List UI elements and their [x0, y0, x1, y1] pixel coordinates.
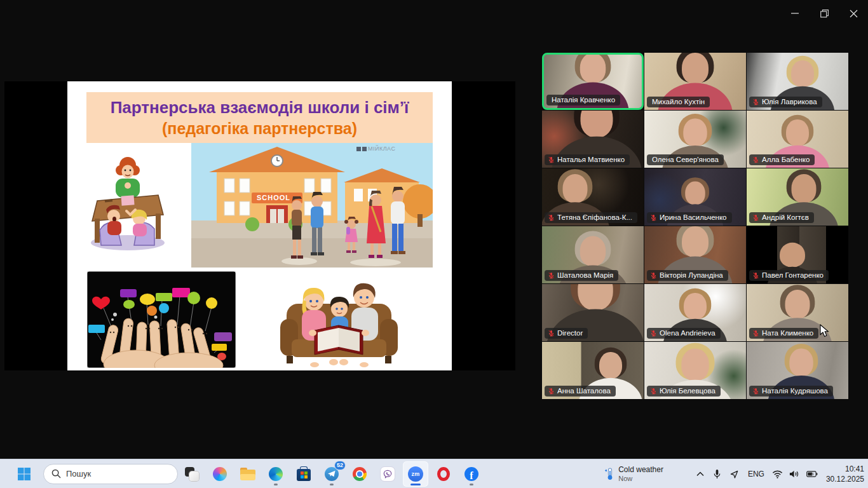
person-head: [599, 352, 622, 379]
participant-name: Вікторія Лупандіна: [660, 271, 723, 279]
presentation-slide: Партнерська взаємодія школи і сім’ї (пед…: [67, 81, 452, 370]
participant-tile[interactable]: Юлія Лаврикова: [747, 53, 848, 110]
participant-tile[interactable]: Director: [542, 284, 644, 341]
participant-tile[interactable]: Михайло Кухтін: [644, 53, 746, 110]
participant-tile[interactable]: Наталія Кравченко: [542, 53, 644, 110]
participant-name-tag: Наталья Матвиенко: [545, 154, 630, 165]
taskbar-app-copilot[interactable]: [207, 461, 233, 487]
participant-name: Шаталова Марія: [557, 271, 613, 279]
participant-name-tag: Наталія Кудряшова: [749, 386, 833, 396]
participant-name: Director: [557, 329, 583, 337]
participant-tile[interactable]: Ната Клименко: [747, 284, 848, 341]
participant-name-tag: Наталія Кравченко: [546, 95, 620, 105]
search-input[interactable]: [66, 469, 161, 478]
participant-name-tag: Ната Клименко: [749, 328, 818, 339]
participant-tile[interactable]: Olena Andrieieva: [644, 284, 746, 341]
tray-date: 30.12.2025: [826, 474, 864, 484]
battery-icon: [806, 470, 818, 478]
person-head: [783, 247, 802, 268]
participant-name: Ирина Васильченко: [660, 214, 727, 221]
participant-tile[interactable]: Юлія Белевцова: [644, 342, 746, 399]
window-controls: [780, 0, 868, 27]
person-head: [786, 119, 809, 146]
taskbar-app-microsoft-store[interactable]: [291, 461, 316, 487]
participant-name: Тетяна Єпіфанова-К...: [557, 214, 632, 221]
screen-share-area: Партнерська взаємодія школи і сім’ї (пед…: [4, 81, 515, 370]
slide-title: Партнерська взаємодія школи і сім’ї: [111, 97, 409, 119]
restore-icon: [820, 10, 829, 18]
participant-name: Алла Бабенко: [762, 156, 810, 163]
copilot-icon: [213, 467, 227, 481]
system-tray: Cold weather Now ENG: [599, 459, 864, 488]
language-indicator[interactable]: ENG: [746, 470, 766, 478]
person-head: [791, 60, 814, 87]
mic-muted-icon: [548, 214, 555, 221]
taskbar-apps: 52zmf: [179, 461, 484, 487]
person-head: [792, 174, 817, 203]
mic-muted-icon: [548, 156, 555, 163]
participant-tile[interactable]: Шаталова Марія: [542, 226, 644, 283]
participant-tile[interactable]: Наталья Матвиенко: [542, 111, 644, 168]
maximize-button[interactable]: [810, 0, 839, 27]
participant-tile[interactable]: Тетяна Єпіфанова-К...: [542, 168, 644, 226]
participant-name: Анна Шаталова: [557, 387, 611, 395]
finger-people-clipart: [87, 271, 236, 368]
taskbar-app-viber[interactable]: [375, 461, 400, 487]
taskbar-app-chrome[interactable]: [347, 461, 372, 487]
weather-widget[interactable]: Cold weather Now: [599, 463, 667, 484]
weather-subtitle: Now: [618, 475, 663, 482]
taskbar-app-file-explorer[interactable]: [235, 461, 261, 487]
participant-tile[interactable]: Алла Бабенко: [747, 111, 848, 168]
volume-button[interactable]: [789, 459, 801, 488]
battery-button[interactable]: [806, 459, 818, 488]
teacher-desk-clipart: [86, 155, 170, 250]
taskbar-app-opera[interactable]: [431, 461, 456, 487]
participant-name: Юлія Белевцова: [660, 387, 715, 395]
close-button[interactable]: [839, 0, 868, 27]
running-app-indicator: [274, 484, 278, 485]
minimize-button[interactable]: [780, 0, 810, 27]
thermometer-icon: [603, 467, 614, 481]
participant-name-tag: Director: [545, 328, 588, 339]
participant-tile[interactable]: Наталія Кудряшова: [747, 342, 848, 399]
taskbar-app-telegram[interactable]: 52: [319, 461, 344, 487]
mic-muted-icon: [650, 388, 657, 395]
mic-muted-icon: [650, 214, 657, 221]
participant-name: Андрій Когтєв: [762, 214, 809, 221]
network-button[interactable]: [772, 459, 783, 488]
tray-time: 10:41: [826, 464, 864, 474]
participant-tile[interactable]: Олена Север'янова: [644, 111, 746, 168]
start-button[interactable]: [11, 461, 37, 487]
taskbar-search[interactable]: [43, 464, 178, 484]
person-head: [580, 53, 606, 83]
participant-name-tag: Вікторія Лупандіна: [647, 270, 728, 281]
taskbar-app-zoom[interactable]: zm: [403, 461, 428, 487]
taskbar-app-facebook[interactable]: f: [459, 461, 484, 487]
zoom-icon: zm: [408, 466, 423, 482]
windows-start-icon: [17, 466, 32, 482]
participant-name-tag: Тетяна Єпіфанова-К...: [545, 212, 637, 223]
taskbar-app-edge[interactable]: [263, 461, 288, 487]
mic-in-use-indicator[interactable]: [712, 459, 723, 488]
search-icon: [51, 469, 61, 478]
wifi-icon: [772, 470, 783, 478]
participant-tile[interactable]: Анна Шаталова: [542, 342, 644, 399]
participant-tile[interactable]: Павел Гонтаренко: [747, 226, 848, 283]
participant-tile[interactable]: Андрій Когтєв: [747, 168, 848, 226]
location-in-use-indicator[interactable]: [729, 459, 740, 488]
weather-text: Cold weather Now: [618, 465, 663, 482]
mic-muted-icon: [548, 388, 555, 395]
participant-name-tag: Юлія Лаврикова: [749, 97, 822, 107]
clock[interactable]: 10:41 30.12.2025: [824, 464, 864, 484]
tray-overflow-button[interactable]: [695, 459, 706, 488]
participant-tile[interactable]: Вікторія Лупандіна: [644, 226, 746, 283]
participant-name-tag: Олена Север'янова: [647, 154, 724, 165]
participant-tile[interactable]: Ирина Васильченко: [644, 168, 746, 226]
taskbar-left: 52zmf: [0, 461, 484, 487]
chrome-icon: [353, 467, 367, 481]
taskbar-app-task-view[interactable]: [179, 461, 205, 487]
weather-title: Cold weather: [618, 465, 663, 475]
mic-muted-icon: [752, 98, 759, 105]
participant-name: Наталія Кравченко: [552, 96, 615, 104]
speaker-icon: [789, 470, 800, 478]
